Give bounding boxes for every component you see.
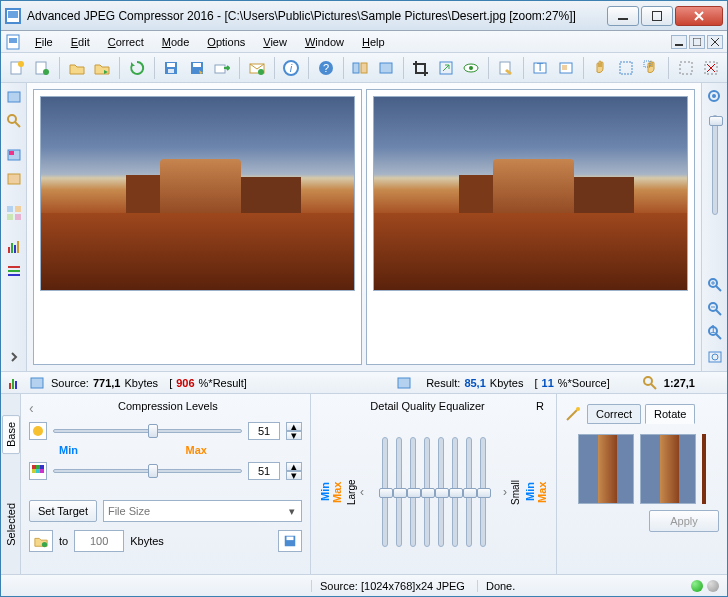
zoom-in-icon[interactable] [705, 275, 725, 295]
min-label: Min [59, 444, 78, 456]
svg-rect-2 [8, 11, 18, 18]
selection-rect-icon[interactable] [674, 56, 698, 80]
menu-help[interactable]: Help [354, 34, 393, 50]
new-icon[interactable] [5, 56, 29, 80]
target-apply-icon[interactable] [278, 530, 302, 552]
eq-slider-5[interactable] [438, 437, 444, 547]
target-undo-icon[interactable] [29, 530, 53, 552]
hand-icon[interactable] [589, 56, 613, 80]
mdi-minimize-button[interactable] [671, 35, 687, 49]
menu-file[interactable]: File [27, 34, 61, 50]
deselect-icon[interactable] [700, 56, 724, 80]
zoom-actual-icon[interactable] [705, 87, 725, 107]
eq-slider-7[interactable] [466, 437, 472, 547]
eq-slider-1[interactable] [382, 437, 388, 547]
eq-slider-8[interactable] [480, 437, 486, 547]
status-source-info: Source: [1024x768]x24 JPEG [311, 580, 465, 592]
mdi-restore-button[interactable] [689, 35, 705, 49]
svg-rect-6 [9, 38, 17, 43]
svg-rect-75 [36, 469, 40, 473]
watermark-image-icon[interactable] [554, 56, 578, 80]
svg-rect-43 [9, 151, 14, 155]
eq-slider-4[interactable] [424, 437, 430, 547]
tab-correct[interactable]: Correct [587, 404, 641, 424]
window-controls [607, 6, 723, 26]
levels-icon[interactable] [4, 261, 24, 281]
eq-slider-6[interactable] [452, 437, 458, 547]
help-icon[interactable]: ? [314, 56, 338, 80]
compare-icon[interactable] [349, 56, 373, 80]
open-icon[interactable] [65, 56, 89, 80]
luma-slider[interactable] [53, 422, 242, 440]
thumbnails-icon[interactable] [4, 203, 24, 223]
export-icon[interactable] [211, 56, 235, 80]
tab-rotate[interactable]: Rotate [645, 404, 695, 424]
select-icon[interactable] [614, 56, 638, 80]
zoom-100-icon[interactable]: 1 [705, 323, 725, 343]
menu-view[interactable]: View [255, 34, 295, 50]
target-mode-select[interactable]: File Size [103, 500, 302, 522]
eq-slider-2[interactable] [396, 437, 402, 547]
rotate-thumb-right[interactable] [640, 434, 696, 504]
svg-point-10 [18, 61, 24, 67]
apply-button[interactable]: Apply [649, 510, 719, 532]
close-button[interactable] [675, 6, 723, 26]
zoom-fit-icon[interactable] [4, 87, 24, 107]
menu-edit[interactable]: Edit [63, 34, 98, 50]
compression-group: ‹ Compression Levels 51 ▴▾ MinMax 51 ▴▾ … [21, 394, 311, 574]
menu-options[interactable]: Options [199, 34, 253, 50]
tab-base[interactable]: Base [2, 415, 20, 454]
resize-icon[interactable] [434, 56, 458, 80]
hand-select-icon[interactable] [640, 56, 664, 80]
set-target-button[interactable]: Set Target [29, 500, 97, 522]
histogram-small-icon[interactable] [7, 375, 23, 391]
annotate-icon[interactable] [494, 56, 518, 80]
svg-rect-48 [15, 214, 21, 220]
watermark-text-icon[interactable]: T [529, 56, 553, 80]
zoom-fit-window-icon[interactable] [705, 347, 725, 367]
svg-rect-51 [14, 245, 16, 253]
svg-rect-18 [215, 65, 225, 73]
histogram-icon[interactable] [4, 237, 24, 257]
result-unit: Kbytes [490, 377, 524, 389]
collapse-left-icon[interactable] [4, 347, 24, 367]
panel-original-icon[interactable] [4, 145, 24, 165]
mail-icon[interactable] [245, 56, 269, 80]
result-panel[interactable] [366, 89, 695, 365]
target-value-input[interactable] [74, 530, 124, 552]
source-label: Source: [51, 377, 89, 389]
chroma-spin-down[interactable]: ▾ [286, 471, 302, 480]
source-panel[interactable] [33, 89, 362, 365]
result-info: Result: 85,1 Kbytes [11%*Source] [426, 377, 610, 389]
zoom-slider[interactable] [712, 115, 718, 215]
redeye-icon[interactable] [460, 56, 484, 80]
svg-rect-35 [562, 65, 567, 70]
new-from-clipboard-icon[interactable] [31, 56, 55, 80]
single-view-icon[interactable] [374, 56, 398, 80]
menu-window[interactable]: Window [297, 34, 352, 50]
crop-icon[interactable] [409, 56, 433, 80]
eq-slider-3[interactable] [410, 437, 416, 547]
luma-spin-down[interactable]: ▾ [286, 431, 302, 440]
luma-icon[interactable] [29, 422, 47, 440]
reload-icon[interactable] [125, 56, 149, 80]
zoom-out-icon[interactable] [705, 299, 725, 319]
minimize-button[interactable] [607, 6, 639, 26]
menu-mode[interactable]: Mode [154, 34, 198, 50]
chroma-slider[interactable] [53, 462, 242, 480]
panel-result-icon[interactable] [4, 169, 24, 189]
rotate-thumb-left[interactable] [578, 434, 634, 504]
save-as-icon[interactable] [185, 56, 209, 80]
mdi-close-button[interactable] [707, 35, 723, 49]
menu-correct[interactable]: Correct [100, 34, 152, 50]
tab-selected[interactable]: Selected [2, 496, 20, 553]
equalizer-r[interactable]: R [536, 400, 548, 416]
save-icon[interactable] [160, 56, 184, 80]
open-folder-play-icon[interactable] [91, 56, 115, 80]
svg-rect-45 [7, 206, 13, 212]
magnify-icon[interactable] [4, 111, 24, 131]
info-icon[interactable]: i [280, 56, 304, 80]
maximize-button[interactable] [641, 6, 673, 26]
rotate-scrollbar[interactable] [702, 434, 706, 504]
chroma-icon[interactable] [29, 462, 47, 480]
